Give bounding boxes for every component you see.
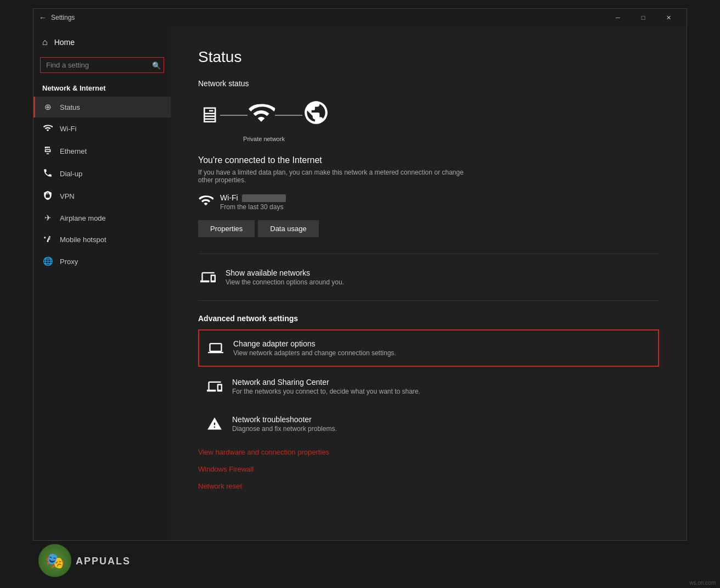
titlebar-title: Settings xyxy=(51,14,75,21)
connected-title: You're connected to the Internet xyxy=(198,155,659,165)
sidebar-item-status[interactable]: ⊕ Status xyxy=(33,97,171,117)
search-box: 🔍 xyxy=(40,57,164,73)
airplane-icon: ✈ xyxy=(42,213,53,223)
net-line-2 xyxy=(275,115,302,116)
globe-icon xyxy=(302,99,330,131)
logo-area: 🎭 APPUALS xyxy=(38,544,131,577)
sharing-text: Network and Sharing Center For the netwo… xyxy=(232,378,420,395)
watermark: ws.on.com xyxy=(689,580,716,586)
connected-section: You're connected to the Internet If you … xyxy=(198,155,659,237)
sidebar-item-proxy-label: Proxy xyxy=(60,257,78,266)
available-networks-title: Show available networks xyxy=(226,268,344,277)
troubleshooter-sub: Diagnose and fix network problems. xyxy=(232,425,337,433)
sidebar-item-ethernet[interactable]: Ethernet xyxy=(33,140,171,163)
wifi-ssid-blurred xyxy=(242,194,286,202)
sidebar-item-wifi-label: Wi-Fi xyxy=(60,125,76,133)
connected-desc: If you have a limited data plan, you can… xyxy=(198,169,473,184)
maximize-button[interactable]: □ xyxy=(631,9,656,26)
sidebar-item-hotspot[interactable]: Mobile hotspot xyxy=(33,228,171,251)
proxy-icon: 🌐 xyxy=(42,256,53,266)
advanced-settings-title: Advanced network settings xyxy=(198,314,659,323)
dialup-icon xyxy=(42,168,53,180)
wifi-details: Wi-Fi From the last 30 days xyxy=(220,193,286,211)
available-networks-row[interactable]: Show available networks View the connect… xyxy=(198,259,659,296)
sharing-title: Network and Sharing Center xyxy=(232,378,420,387)
titlebar-controls: ─ □ ✕ xyxy=(605,9,681,26)
wifi-router-icon xyxy=(248,99,275,131)
network-icons: 🖥 xyxy=(198,99,330,131)
wifi-name: Wi-Fi xyxy=(220,193,286,202)
sidebar-item-airplane-label: Airplane mode xyxy=(60,214,106,222)
main-content: Status Network status 🖥 xyxy=(171,26,687,540)
divider-1 xyxy=(198,254,659,254)
data-usage-button[interactable]: Data usage xyxy=(258,220,319,237)
adapter-sub: View network adapters and change connect… xyxy=(233,349,396,357)
laptop-icon: 🖥 xyxy=(198,103,220,127)
wifi-icon xyxy=(42,123,53,135)
window-body: ⌂ Home 🔍 Network & Internet ⊕ Status Wi-… xyxy=(33,26,687,540)
troubleshooter-icon xyxy=(205,414,224,434)
sidebar-item-vpn[interactable]: VPN xyxy=(33,185,171,208)
available-networks-sub: View the connection options around you. xyxy=(226,278,344,286)
available-networks-text: Show available networks View the connect… xyxy=(226,268,344,286)
sidebar-item-proxy[interactable]: 🌐 Proxy xyxy=(33,251,171,272)
minimize-button[interactable]: ─ xyxy=(605,9,631,26)
page-title: Status xyxy=(198,48,659,66)
sidebar: ⌂ Home 🔍 Network & Internet ⊕ Status Wi-… xyxy=(33,26,171,540)
settings-window: ← Settings ─ □ ✕ ⌂ Home 🔍 Network & Inte… xyxy=(33,8,687,541)
action-buttons: Properties Data usage xyxy=(198,220,659,237)
sidebar-item-status-label: Status xyxy=(60,103,80,111)
wifi-sub: From the last 30 days xyxy=(220,203,286,211)
sidebar-item-wifi[interactable]: Wi-Fi xyxy=(33,117,171,140)
sharing-sub: For the networks you connect to, decide … xyxy=(232,388,420,395)
adapter-title: Change adapter options xyxy=(233,339,396,348)
change-adapter-item[interactable]: Change adapter options View network adap… xyxy=(198,329,659,367)
search-input[interactable] xyxy=(40,57,164,73)
divider-2 xyxy=(198,300,659,301)
hardware-properties-link[interactable]: View hardware and connection properties xyxy=(198,444,659,461)
adapter-icon xyxy=(206,338,226,358)
sidebar-item-dialup-label: Dial-up xyxy=(60,170,82,178)
sharing-icon xyxy=(205,377,224,396)
home-icon: ⌂ xyxy=(42,37,48,47)
sidebar-item-airplane[interactable]: ✈ Airplane mode xyxy=(33,208,171,228)
troubleshooter-text: Network troubleshooter Diagnose and fix … xyxy=(232,415,337,433)
sidebar-item-hotspot-label: Mobile hotspot xyxy=(60,236,106,244)
wifi-info: Wi-Fi From the last 30 days xyxy=(198,193,659,211)
sidebar-home[interactable]: ⌂ Home xyxy=(33,32,171,53)
sidebar-item-ethernet-label: Ethernet xyxy=(60,147,87,155)
appuals-logo: 🎭 xyxy=(38,544,71,577)
troubleshooter-item[interactable]: Network troubleshooter Diagnose and fix … xyxy=(198,406,659,441)
appuals-text: APPUALS xyxy=(76,556,131,567)
close-button[interactable]: ✕ xyxy=(656,9,681,26)
adapter-text: Change adapter options View network adap… xyxy=(233,339,396,357)
network-diagram-inner: 🖥 xyxy=(198,99,330,142)
network-diagram: 🖥 xyxy=(198,99,659,142)
hotspot-icon xyxy=(42,234,53,245)
available-networks-icon xyxy=(198,267,218,287)
sidebar-item-vpn-label: VPN xyxy=(60,192,75,200)
status-icon: ⊕ xyxy=(42,102,53,112)
ethernet-icon xyxy=(42,145,53,157)
properties-button[interactable]: Properties xyxy=(198,220,255,237)
vpn-icon xyxy=(42,191,53,202)
home-label: Home xyxy=(54,38,75,47)
network-label: Private network xyxy=(243,136,285,142)
network-reset-link[interactable]: Network reset xyxy=(198,478,659,495)
sidebar-section-title: Network & Internet xyxy=(33,77,171,97)
network-status-title: Network status xyxy=(198,79,659,88)
troubleshooter-title: Network troubleshooter xyxy=(232,415,337,424)
back-icon[interactable]: ← xyxy=(39,13,47,22)
sidebar-item-dialup[interactable]: Dial-up xyxy=(33,163,171,185)
wifi-signal-icon xyxy=(198,193,213,211)
titlebar: ← Settings ─ □ ✕ xyxy=(33,9,687,26)
search-icon: 🔍 xyxy=(152,61,161,69)
windows-firewall-link[interactable]: Windows Firewall xyxy=(198,461,659,478)
net-line-1 xyxy=(220,115,248,116)
sharing-center-item[interactable]: Network and Sharing Center For the netwo… xyxy=(198,369,659,404)
